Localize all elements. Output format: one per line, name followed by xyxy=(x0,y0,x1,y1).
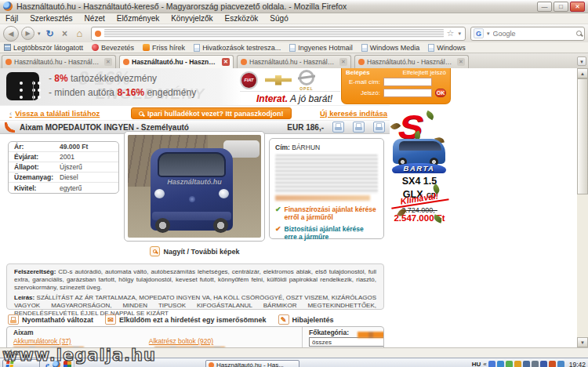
back-to-results-link[interactable]: ‹Vissza a találati listához xyxy=(9,109,100,118)
address-bar[interactable]: ☆ ▾ xyxy=(91,27,466,41)
tray-icon[interactable] xyxy=(488,361,495,367)
search-box[interactable]: G ▾ xyxy=(470,27,585,41)
minimize-button[interactable]: — xyxy=(537,2,552,12)
listing-price-eur: EUR 186,- xyxy=(287,123,324,132)
tab-close-icon[interactable]: ✕ xyxy=(222,58,230,66)
bookmark-windows[interactable]: Windows xyxy=(428,44,466,52)
red-dot-icon xyxy=(92,44,99,51)
category-select[interactable]: összes xyxy=(309,337,384,347)
forward-button[interactable]: ▶ xyxy=(21,27,34,40)
complaint-button[interactable]: Ipari hulladékot vezet? Itt panaszkodjon… xyxy=(131,107,292,119)
report-error-link[interactable]: ✎Hibajelentés xyxy=(278,314,334,325)
start-button[interactable] xyxy=(2,359,40,367)
car-photo-card[interactable]: Használtautó.hu xyxy=(124,131,265,242)
maximize-button[interactable]: □ xyxy=(554,2,568,12)
bookmark-customize-links[interactable]: Hivatkozások testresza... xyxy=(194,44,281,52)
tray-icon[interactable] xyxy=(557,361,564,367)
history-dropdown-icon[interactable]: ▾ xyxy=(38,31,41,37)
login-ok-button[interactable]: OK xyxy=(435,89,446,97)
tray-icon[interactable] xyxy=(549,361,556,367)
close-button[interactable]: ✕ xyxy=(570,2,585,12)
tab-3[interactable]: Használtautó.hu - Használtautó-ker...✕ xyxy=(237,55,351,68)
tab-1[interactable]: Használtautó.hu - Használtautó-ker...✕ xyxy=(2,55,116,68)
related-links-box: Aixam Akkumulátorok (37) Alkatrész bolto… xyxy=(6,326,384,347)
tray-chevron-icon[interactable]: « xyxy=(483,361,486,367)
windows-flag-icon xyxy=(5,361,13,367)
search-input[interactable] xyxy=(493,30,574,38)
bookmark-most-visited[interactable]: Legtöbbször látogatott xyxy=(4,44,83,52)
bookmark-free-hotmail[interactable]: Ingyenes Hotmail xyxy=(289,44,353,52)
detail-row-price: Ár:49.000 Ft xyxy=(9,142,118,152)
taskbar-window-button[interactable]: Használtautó.hu - Has... xyxy=(205,360,299,367)
tray-icon[interactable] xyxy=(540,361,547,367)
stop-button[interactable]: × xyxy=(59,27,71,40)
new-search-link[interactable]: Új keresés indítása› xyxy=(320,109,393,118)
printable-version-link[interactable]: Nyomtatható változat xyxy=(8,314,93,325)
tray-icon[interactable] xyxy=(506,361,513,367)
tray-icon[interactable] xyxy=(514,361,521,367)
menu-edit[interactable]: Szerkesztés xyxy=(30,14,72,23)
bookmark-star-icon[interactable]: ☆ xyxy=(447,28,455,38)
scroll-down-arrow[interactable]: ▼ xyxy=(577,337,588,347)
envelope-icon: ✉ xyxy=(105,314,116,325)
email-label: E-mail cím: xyxy=(346,78,380,85)
bookmark-windows-media[interactable]: Windows Media xyxy=(361,44,420,52)
forgot-password-link[interactable]: Elfelejtett jelszó xyxy=(402,69,446,76)
password-field[interactable] xyxy=(383,89,432,97)
print-icon[interactable] xyxy=(332,122,344,133)
scroll-up-arrow[interactable]: ▲ xyxy=(577,68,588,78)
contact-info-blurred xyxy=(275,154,378,194)
menu-help[interactable]: Súgó xyxy=(270,14,288,23)
site-favicon xyxy=(95,31,101,37)
language-indicator[interactable]: HU xyxy=(472,361,481,367)
search-engine-dropdown-icon[interactable]: ▾ xyxy=(487,31,490,37)
tab-list-dropdown-icon[interactable]: ▾ xyxy=(577,56,586,66)
bookmark-latest-news[interactable]: Friss hírek xyxy=(143,44,185,52)
vertical-scrollbar[interactable]: ▲ ▼ xyxy=(577,68,588,347)
detail-row-fuel: Üzemanyag:Diesel xyxy=(9,173,118,183)
quick-launch: e xyxy=(43,360,74,367)
tab-close-icon[interactable]: ✕ xyxy=(339,58,347,66)
tray-icon[interactable] xyxy=(532,361,539,367)
top-banner-ad[interactable]: 8-16% ENGEDMÉNY - 8% tartozékkedvezmény … xyxy=(0,68,390,106)
suzuki-sx4-photo xyxy=(393,139,445,164)
bookmark-getting-started[interactable]: Bevezetés xyxy=(92,44,134,52)
tab-2-active[interactable]: Használtautó.hu - Használtautó-k...✕ xyxy=(119,55,234,68)
tray-icon[interactable] xyxy=(523,361,530,367)
firefox-quicklaunch-icon[interactable] xyxy=(53,361,60,367)
awesomebar-dropdown-icon[interactable]: ▾ xyxy=(458,31,461,37)
detail-row-body: Kivitel:egyterű xyxy=(9,183,118,193)
media-player-icon[interactable] xyxy=(64,361,71,367)
related-link-part-shops[interactable]: Alkatrész boltok (920) xyxy=(149,337,285,345)
grid-icon xyxy=(4,44,11,51)
photo-zoom-link[interactable]: Nagyít / További képek xyxy=(124,246,265,256)
photo-watermark: Használtautó.hu xyxy=(128,178,261,186)
menu-tools[interactable]: Eszközök xyxy=(225,14,259,23)
home-button[interactable]: ⌂ xyxy=(74,27,86,40)
reload-button[interactable]: ↻ xyxy=(44,27,56,40)
tab-4[interactable]: Használtautó.hu - Használtautó-ker...✕ xyxy=(354,55,469,68)
related-link-batteries[interactable]: Akkumulátorok (37) xyxy=(13,337,149,345)
tab-favicon xyxy=(358,59,365,65)
rss-icon xyxy=(143,44,150,51)
menu-bookmarks[interactable]: Könyvjelzők xyxy=(171,14,212,23)
send-to-friend-link[interactable]: ✉Elküldöm ezt a hirdetést egy ismerősömn… xyxy=(105,314,267,325)
internet-explorer-icon[interactable]: e xyxy=(45,360,49,367)
tab-close-icon[interactable]: ✕ xyxy=(104,58,112,66)
search-magnifier-icon[interactable] xyxy=(576,31,582,36)
insurance-offer-link[interactable]: ✔Biztosítási ajánlat kérése erre a jármű… xyxy=(275,225,378,241)
email-field[interactable] xyxy=(383,78,432,86)
finance-offer-link[interactable]: ✔Finanszírozási ajánlat kérése erről a j… xyxy=(275,205,378,221)
back-button[interactable]: ◀ xyxy=(3,26,19,42)
save-page-icon[interactable] xyxy=(373,122,385,133)
tray-icon[interactable] xyxy=(497,361,504,367)
scrollbar-thumb[interactable] xyxy=(577,78,588,194)
car-photo[interactable]: Használtautó.hu xyxy=(128,135,261,238)
menu-history[interactable]: Előzmények xyxy=(117,14,159,23)
menu-file[interactable]: Fájl xyxy=(5,14,18,23)
print-preview-icon[interactable] xyxy=(353,122,365,133)
menu-view[interactable]: Nézet xyxy=(85,14,105,23)
tab-close-icon[interactable]: ✕ xyxy=(457,58,465,66)
contact-phone-blurred xyxy=(275,195,370,201)
sidebar-suzuki-ad[interactable]: S BARTA SX4 1.5 GLX CD Klímával! 3.724.0… xyxy=(390,111,449,346)
